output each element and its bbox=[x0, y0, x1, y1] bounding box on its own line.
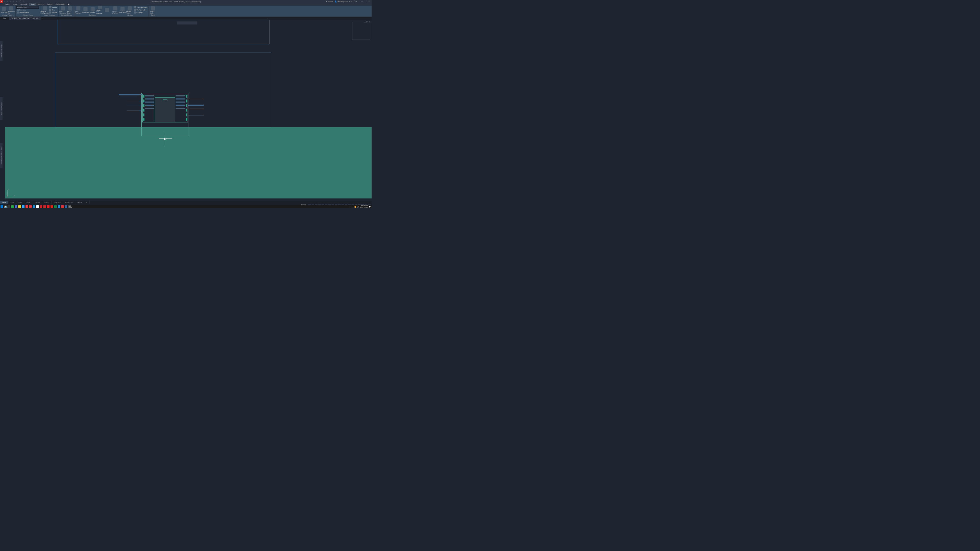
layout-dhws2[interactable]: D-HWS (2) bbox=[63, 201, 75, 203]
tb-app-3[interactable] bbox=[18, 205, 21, 208]
tb-app-2[interactable] bbox=[14, 205, 18, 208]
tile-horizontal-button[interactable]: Tile Horizontally bbox=[134, 6, 148, 9]
tb-app-7[interactable] bbox=[32, 205, 36, 208]
taskview-icon[interactable] bbox=[7, 205, 11, 208]
drawing-canvas[interactable]: — ▢ ✕ bbox=[3, 20, 372, 200]
new-tab-button[interactable]: + bbox=[41, 17, 44, 20]
tb-app-12[interactable] bbox=[57, 205, 61, 208]
qat-saveas-icon[interactable]: ▫ bbox=[13, 0, 16, 3]
dwg-compare-button[interactable]: DWG Compare bbox=[59, 6, 66, 14]
join-button[interactable]: Join bbox=[49, 9, 58, 11]
qat-undo-icon[interactable]: ↶ bbox=[19, 0, 22, 3]
menu-view[interactable]: View bbox=[29, 3, 36, 6]
terminal-strip-right bbox=[186, 94, 187, 122]
layout-lnm1[interactable]: L-NM1 bbox=[24, 201, 33, 203]
file-tab[interactable]: SUBMITTAL_090220211124*✕ bbox=[9, 17, 41, 20]
blocks-button[interactable]: Blocks bbox=[89, 6, 96, 14]
navigation-cube[interactable] bbox=[352, 22, 370, 40]
tb-app-13[interactable] bbox=[64, 205, 68, 208]
menu-annotate[interactable]: Annotate bbox=[19, 3, 29, 6]
group-named-views: Named Views bbox=[16, 14, 40, 16]
help-icon[interactable]: ▾ bbox=[352, 0, 352, 3]
menu-manage[interactable]: Manage bbox=[36, 3, 45, 6]
cascade-button[interactable]: Cascade bbox=[134, 11, 148, 14]
view-dropdown[interactable]: Unsaved View bbox=[16, 6, 39, 9]
qat-save-icon[interactable]: ▫ bbox=[10, 0, 13, 3]
group-palettes[interactable]: Palettes ▾ bbox=[75, 14, 110, 16]
info-icon[interactable]: ⓘ ▾ bbox=[354, 0, 357, 3]
menu-home[interactable]: Home bbox=[3, 3, 11, 6]
tb-app-10[interactable] bbox=[46, 205, 50, 208]
minimize-button[interactable]: — bbox=[360, 0, 363, 3]
layout-lhws2[interactable]: L-HWS (2) bbox=[52, 201, 63, 203]
viewport-config-button[interactable]: Viewport Configuration bbox=[41, 6, 48, 14]
maximize-button[interactable]: ▢ bbox=[364, 0, 367, 3]
switch-windows-button[interactable]: Switch Windows bbox=[112, 6, 119, 14]
layer-properties-panel[interactable]: Layer Properties Manager bbox=[0, 143, 3, 168]
clock-date[interactable]: 10/16/2021 bbox=[360, 206, 368, 208]
qat-redo-icon[interactable]: ↷ bbox=[22, 0, 25, 3]
tb-app-5[interactable] bbox=[25, 205, 29, 208]
tb-app-11[interactable] bbox=[50, 205, 54, 208]
tray-cloud-icon[interactable]: ☁ bbox=[352, 206, 353, 208]
tb-autocad-icon[interactable] bbox=[43, 205, 46, 208]
notifications-icon[interactable]: 💬 bbox=[369, 206, 371, 208]
tb-app-4[interactable] bbox=[21, 205, 25, 208]
properties-button[interactable]: Properties bbox=[82, 6, 89, 14]
close-button[interactable]: ✕ bbox=[368, 0, 371, 3]
menu-collaborate[interactable]: Collaborate bbox=[54, 3, 66, 6]
tb-app-1[interactable] bbox=[11, 205, 14, 208]
group-touch: Touch bbox=[150, 14, 156, 16]
search-box[interactable]: ▸ update bbox=[326, 0, 333, 3]
tool-palettes-panel[interactable]: Tool Palettes - DDC bbox=[0, 97, 3, 120]
tray-volume-icon[interactable]: 🔊 bbox=[357, 206, 359, 208]
layout-add[interactable]: + bbox=[84, 201, 89, 203]
tool-palettes-button[interactable]: Tool Palettes bbox=[75, 6, 82, 14]
new-view-button[interactable]: New View bbox=[16, 9, 40, 11]
restore-button[interactable]: Restore bbox=[49, 11, 58, 14]
layout-lhws[interactable]: L-HWS bbox=[33, 201, 42, 203]
qat-plot-icon[interactable]: ▫ bbox=[16, 0, 19, 3]
user-badge[interactable]: 👤 HMSengineer ▾ bbox=[334, 0, 350, 3]
menu-insert[interactable]: Insert bbox=[11, 3, 19, 6]
layout-bom[interactable]: BOM bbox=[16, 201, 24, 203]
schematic-block bbox=[139, 92, 190, 138]
tb-app-6[interactable] bbox=[29, 205, 32, 208]
tb-settings-icon[interactable]: ⚙ bbox=[68, 205, 72, 208]
qat-new-icon[interactable]: ▫ bbox=[4, 0, 6, 3]
close-tab-icon[interactable]: ✕ bbox=[36, 17, 38, 20]
tray-network-icon[interactable]: 📶 bbox=[355, 206, 356, 208]
menu-output[interactable]: Output bbox=[46, 3, 54, 6]
navigation-bar-button[interactable]: Navigation Bar bbox=[8, 6, 14, 14]
sheet-set-manager-panel[interactable]: Sheet Set Manager bbox=[0, 41, 3, 61]
layout-model[interactable]: Model bbox=[0, 201, 8, 203]
app-logo[interactable]: A bbox=[0, 0, 3, 3]
tb-excel-icon[interactable] bbox=[54, 205, 57, 208]
tile-vertical-button[interactable]: Tile Vertically bbox=[134, 9, 148, 11]
controller-label bbox=[163, 100, 167, 101]
layout-cp11[interactable]: CP-1-1 bbox=[75, 201, 84, 203]
layout-tabs-button[interactable]: Layout Tabs bbox=[126, 6, 133, 14]
wire-bundle-int-l bbox=[145, 95, 154, 109]
file-tabs-button[interactable]: File Tabs bbox=[119, 6, 126, 14]
menu-express[interactable]: ▣▾ bbox=[66, 3, 72, 6]
search-icon[interactable]: 🔍 bbox=[3, 205, 7, 208]
qat-open-icon[interactable]: ▫ bbox=[7, 0, 10, 3]
start-button[interactable] bbox=[0, 205, 3, 208]
named-button[interactable]: Named bbox=[49, 6, 58, 9]
dwg-history-button[interactable]: DWG History bbox=[67, 6, 73, 14]
palette-more-button[interactable] bbox=[103, 6, 110, 14]
ucs-icon-button[interactable]: UCS Icon bbox=[1, 6, 7, 14]
view-manager-button[interactable]: View Manager bbox=[16, 11, 40, 14]
layout-tabs: Model CVR BOM L-NM1 L-HWS D-HWS L-HWS (2… bbox=[0, 201, 372, 203]
start-tab[interactable]: Start bbox=[0, 17, 9, 20]
layout-dhws[interactable]: D-HWS bbox=[42, 201, 52, 203]
tb-pdf-icon[interactable] bbox=[61, 205, 64, 208]
layout-cvr[interactable]: CVR bbox=[8, 201, 16, 203]
tray-up-icon[interactable]: ˄ bbox=[350, 206, 351, 208]
tb-app-9[interactable] bbox=[39, 205, 43, 208]
select-mode-button[interactable]: Select Mode bbox=[150, 6, 156, 14]
group-viewport-tools[interactable]: Viewport Tools ▾ bbox=[1, 14, 14, 16]
tb-app-8[interactable] bbox=[36, 205, 39, 208]
sheet-set-manager-button[interactable]: Sheet Set Manager bbox=[97, 6, 103, 14]
